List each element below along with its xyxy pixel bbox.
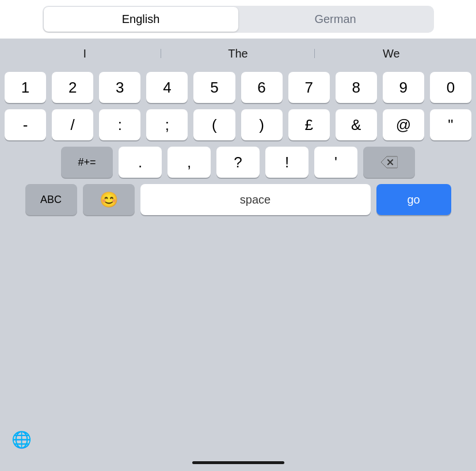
key-go[interactable]: go: [376, 184, 451, 215]
keyboard-area: I The We 1 2 3 4 5 6 7 8 9 0 - / : ; ( )…: [0, 39, 476, 418]
key-1[interactable]: 1: [5, 72, 46, 103]
lang-selector-bar: English German: [0, 0, 476, 39]
globe-icon[interactable]: 🌐: [12, 430, 32, 449]
key-9[interactable]: 9: [383, 72, 424, 103]
key-at[interactable]: @: [383, 109, 424, 140]
key-dash[interactable]: -: [5, 109, 46, 140]
predictive-item-3[interactable]: We: [315, 47, 468, 60]
key-close-paren[interactable]: ): [241, 109, 283, 140]
key-space[interactable]: space: [140, 184, 371, 215]
lang-english-button[interactable]: English: [44, 7, 238, 32]
key-2[interactable]: 2: [52, 72, 93, 103]
backspace-icon: [380, 156, 398, 169]
delete-key[interactable]: [363, 147, 415, 178]
key-5[interactable]: 5: [193, 72, 235, 103]
predictive-item-1[interactable]: I: [8, 47, 161, 60]
symbols-row-2: #+= . , ? ! ': [5, 147, 471, 178]
key-rows: 1 2 3 4 5 6 7 8 9 0 - / : ; ( ) £ & @ " …: [2, 68, 474, 221]
key-ampersand[interactable]: &: [336, 109, 377, 140]
key-open-paren[interactable]: (: [193, 109, 235, 140]
key-pound[interactable]: £: [288, 109, 330, 140]
predictive-item-2[interactable]: The: [161, 47, 314, 60]
home-indicator: [0, 457, 476, 471]
key-semicolon[interactable]: ;: [146, 109, 188, 140]
key-comma[interactable]: ,: [167, 147, 211, 178]
key-quote[interactable]: ": [430, 109, 471, 140]
key-7[interactable]: 7: [288, 72, 330, 103]
home-bar: [192, 461, 284, 464]
number-row: 1 2 3 4 5 6 7 8 9 0: [5, 72, 471, 103]
lang-german-button[interactable]: German: [238, 7, 433, 32]
key-3[interactable]: 3: [99, 72, 140, 103]
bottom-area: 🌐: [0, 418, 476, 457]
predictive-bar: I The We: [2, 39, 474, 68]
key-hashtag[interactable]: #+=: [61, 147, 113, 178]
key-emoji[interactable]: 😊: [83, 184, 135, 215]
key-slash[interactable]: /: [52, 109, 93, 140]
key-4[interactable]: 4: [146, 72, 188, 103]
key-6[interactable]: 6: [241, 72, 283, 103]
lang-selector: English German: [43, 6, 434, 33]
key-8[interactable]: 8: [336, 72, 377, 103]
key-exclamation[interactable]: !: [265, 147, 309, 178]
key-question[interactable]: ?: [216, 147, 260, 178]
key-colon[interactable]: :: [99, 109, 140, 140]
key-apostrophe[interactable]: ': [314, 147, 357, 178]
symbols-row-1: - / : ; ( ) £ & @ ": [5, 109, 471, 140]
bottom-row: ABC 😊 space go: [5, 184, 471, 215]
key-0[interactable]: 0: [430, 72, 471, 103]
key-period[interactable]: .: [119, 147, 162, 178]
key-abc[interactable]: ABC: [25, 184, 77, 215]
